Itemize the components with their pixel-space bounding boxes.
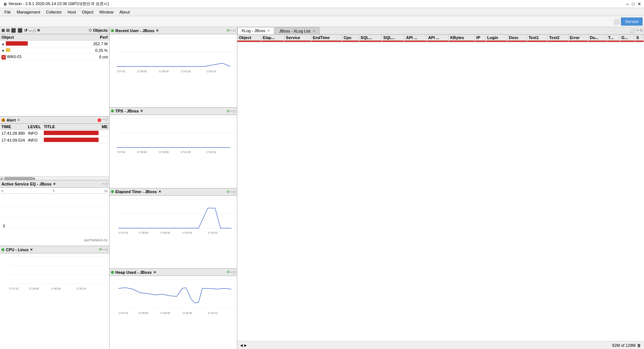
recent-user-header: Recent User - JBoss ✕ ↺ ─ □ [110, 27, 237, 34]
scrollbar-thumb[interactable] [4, 177, 33, 180]
elapsed-close[interactable]: ✕ [158, 190, 161, 193]
col-xlog-elap: Elap... [261, 35, 284, 41]
xlog-tab-1-close[interactable]: ✕ [313, 29, 315, 33]
tps-title: TPS - JBoss [115, 109, 139, 113]
xlog-row-login [486, 41, 507, 42]
elapsed-refresh[interactable]: ↺ [226, 190, 229, 194]
alert-stop-icon[interactable]: ⊗ [97, 117, 101, 123]
tps-refresh[interactable]: ↺ [226, 109, 229, 113]
heap-svg: 200 100 0 17:37:41 17:39:00 17:40:00 17:… [118, 277, 236, 348]
menu-about[interactable]: About [116, 9, 133, 15]
menu-management[interactable]: Management [14, 9, 43, 15]
objects-refresh-icon[interactable]: ↺ [24, 28, 27, 33]
xlog-row-object [237, 41, 261, 42]
menu-host[interactable]: Host [65, 9, 79, 15]
menu-window[interactable]: Window [96, 9, 116, 15]
col-time: TIME [0, 124, 26, 130]
alert-close-tag[interactable]: ✕ [17, 118, 20, 122]
active-service-left: Active Service EQ - JBoss ✕ [1, 182, 56, 186]
svg-text:17:41:00: 17:41:00 [181, 151, 191, 153]
heap-minimize[interactable]: ─ [230, 270, 233, 274]
xlog-tab-0-close[interactable]: ✕ [267, 29, 270, 32]
menu-collector[interactable]: Collector [43, 9, 65, 15]
xlog-maximize-icon[interactable]: □ [640, 28, 643, 33]
recent-user-close[interactable]: ✕ [156, 29, 159, 32]
tps-minimize[interactable]: ─ [230, 109, 233, 113]
xlog-tab-1-label: JBoss - XLog List [279, 29, 310, 33]
recent-user-minimize[interactable]: ─ [230, 28, 233, 32]
svg-text:17:40:00: 17:40:00 [160, 312, 170, 314]
alert-minimize[interactable]: ─ [102, 117, 105, 123]
menu-object[interactable]: Object [79, 9, 96, 15]
tps-close[interactable]: ✕ [140, 109, 143, 113]
xlog-minimize-icon[interactable]: ─ [636, 28, 639, 33]
heap-close[interactable]: ✕ [153, 271, 156, 274]
alert-icons: ⊗ ─ □ [97, 117, 108, 123]
restore-btn[interactable]: □ [632, 1, 635, 7]
scroll-right-arrow[interactable]: ▶ [33, 177, 36, 180]
cpu-panel: CPU - Linux ✕ ↺ ─ □ 100 40 [0, 246, 109, 349]
alert-bar-2 [42, 137, 100, 144]
alert-maximize[interactable]: □ [106, 117, 108, 123]
elapsed-line [118, 208, 231, 228]
col-xlog-du: Du... [588, 35, 606, 41]
heap-maximize[interactable]: □ [233, 270, 235, 274]
alert-level-1: INFO [26, 130, 42, 137]
xlog-row-service [284, 41, 311, 42]
objects-remove-icon[interactable]: ⊟ [6, 28, 9, 33]
xlog-row-api2 [426, 41, 448, 42]
scroll-left-arrow[interactable]: ◀ [0, 177, 3, 180]
objects-icon4[interactable]: ⬛ [18, 28, 23, 33]
alert-scrollbar[interactable]: ◀ ▶ [0, 176, 109, 180]
trash-icon[interactable]: 🗑 [637, 343, 641, 348]
xlog-selected-row[interactable] [237, 41, 644, 42]
heap-refresh[interactable]: ↺ [226, 270, 229, 274]
elapsed-minimize[interactable]: ─ [230, 190, 233, 194]
xlog-copy-icon[interactable]: ⬜ [629, 28, 635, 33]
memory-label: 82M of 128M [612, 343, 636, 348]
xlog-row-g [620, 41, 635, 42]
cpu-chart-svg: 100 40 17:37:41 17:39:00 17:40:30 17:42:… [9, 255, 108, 348]
heap-header: Heap Used - JBoss ✕ ↺ ─ □ [110, 269, 237, 276]
recent-user-refresh[interactable]: ↺ [226, 28, 229, 32]
close-btn[interactable]: ✕ [637, 1, 641, 7]
recent-user-panel: Recent User - JBoss ✕ ↺ ─ □ 5 2 0 [110, 27, 237, 108]
toolbar-icon1: ⬜ [613, 19, 620, 24]
col-xlog-g: G... [620, 35, 635, 41]
cpu-minimize[interactable]: ─ [102, 248, 105, 252]
objects-add-icon[interactable]: ⊞ [1, 28, 5, 33]
alert-data-table: TIME LEVEL TITLE ME 17:41:28.980 INFO [0, 124, 109, 144]
eq-bottom-label: /jv0704/WAS-01 [84, 238, 108, 242]
objects-close-icon[interactable]: ✕ [37, 28, 40, 33]
recent-user-maximize[interactable]: □ [233, 28, 235, 32]
cpu-refresh-icon[interactable]: ↺ [99, 248, 101, 252]
svg-text:17:39:00: 17:39:00 [137, 151, 147, 153]
col-xlog-t: T... [606, 35, 620, 41]
minimize-btn[interactable]: ─ [626, 1, 629, 7]
cpu-maximize[interactable]: □ [106, 248, 108, 252]
objects-minimize-icon[interactable]: ─ [29, 28, 32, 33]
title-bar-right[interactable]: ─ □ ✕ [626, 1, 641, 7]
col-xlog-kbytes: KBytes [449, 35, 475, 41]
scroll-right-bottom[interactable]: ▶ [244, 344, 247, 347]
tps-maximize[interactable]: □ [233, 109, 235, 113]
right-panel: XLog - JBoss ✕ JBoss - XLog List ✕ ⬜ ─ □… [237, 27, 644, 349]
scroll-left-bottom[interactable]: ◀ [240, 344, 243, 347]
heap-chart: 200 100 0 17:37:41 17:39:00 17:40:00 17:… [110, 276, 237, 349]
xlog-tab-1[interactable]: JBoss - XLog List ✕ [275, 27, 319, 34]
active-service-maximize[interactable]: □ [106, 182, 108, 186]
alert-me-2 [100, 137, 109, 144]
objects-maximize-icon[interactable]: □ [33, 28, 36, 33]
active-service-minimize[interactable]: ─ [102, 182, 105, 186]
active-service-header: Active Service EQ - JBoss ✕ ─ □ [0, 180, 109, 188]
cpu-close-tag[interactable]: ✕ [30, 248, 33, 252]
col-xlog-error: Error [568, 35, 588, 41]
xlog-row-sql1 [359, 41, 382, 42]
menu-file[interactable]: File [1, 9, 14, 15]
xlog-tab-0[interactable]: XLog - JBoss ✕ [237, 27, 274, 34]
alert-title: Alert [7, 118, 16, 122]
elapsed-maximize[interactable]: □ [233, 190, 235, 194]
service-button[interactable]: Service [621, 18, 643, 26]
active-service-close[interactable]: ✕ [53, 182, 56, 186]
objects-icon3[interactable]: ⬛ [11, 28, 16, 33]
